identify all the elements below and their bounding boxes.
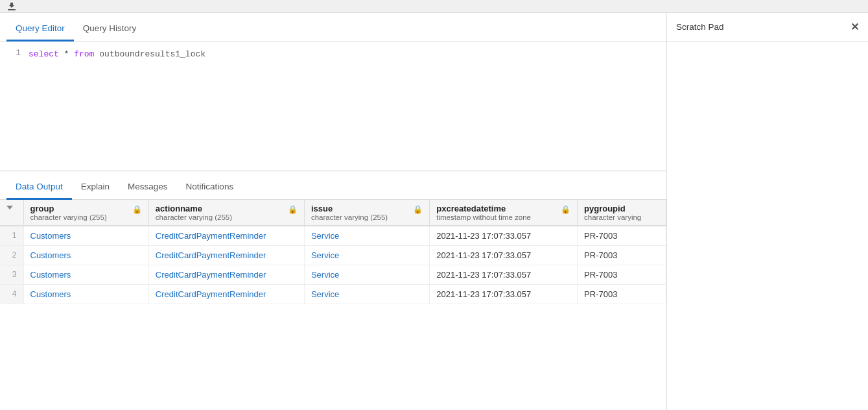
col-header-pygroupid[interactable]: pygroupid character varying	[578, 200, 666, 226]
cell-pygroupid: PR-7003	[578, 285, 666, 304]
tab-query-editor[interactable]: Query Editor	[6, 17, 74, 42]
keyword-select: select	[29, 49, 59, 59]
lock-icon-pxcreatedatetime: 🔒	[561, 205, 570, 214]
cell-pygroupid: PR-7003	[578, 265, 666, 285]
editor-content[interactable]: select * from outboundresults1_lock	[25, 42, 666, 171]
top-bar	[0, 0, 868, 13]
lock-icon-actionname: 🔒	[288, 205, 298, 214]
tab-query-history[interactable]: Query History	[74, 17, 146, 42]
right-panel: Scratch Pad ✕	[667, 13, 868, 410]
lock-icon-group: 🔒	[132, 205, 142, 214]
table-row: 2 Customers CreditCardPaymentReminder Se…	[0, 246, 666, 265]
left-panel: Query Editor Query History 1 select * fr…	[0, 13, 667, 410]
cell-issue: Service	[304, 226, 429, 246]
main-container: Query Editor Query History 1 select * fr…	[0, 13, 868, 410]
cell-actionname: CreditCardPaymentReminder	[148, 265, 304, 285]
line-number-1: 1	[16, 48, 21, 58]
cell-group: Customers	[23, 265, 148, 285]
tab-data-output[interactable]: Data Output	[6, 175, 72, 200]
col-type-pygroupid: character varying	[584, 213, 641, 221]
cell-group: Customers	[23, 226, 148, 246]
row-num-cell: 2	[0, 246, 23, 265]
col-header-group[interactable]: group character varying (255) 🔒	[23, 200, 148, 226]
cell-pxcreatedatetime: 2021-11-23 17:07:33.057	[430, 246, 578, 265]
row-num-cell: 1	[0, 226, 23, 246]
cell-group: Customers	[23, 246, 148, 265]
col-name-issue: issue	[311, 204, 388, 213]
sort-icon	[6, 206, 13, 210]
scratch-pad-close-button[interactable]: ✕	[850, 21, 859, 33]
cell-pxcreatedatetime: 2021-11-23 17:07:33.057	[430, 265, 578, 285]
keyword-from: from	[74, 49, 94, 59]
col-name-pxcreatedatetime: pxcreatedatetime	[436, 204, 531, 213]
tab-messages[interactable]: Messages	[119, 175, 177, 200]
tab-notifications[interactable]: Notifications	[177, 175, 243, 200]
row-num-cell: 4	[0, 285, 23, 304]
row-num-cell: 3	[0, 265, 23, 285]
table-name: outboundresults1_lock	[94, 49, 205, 59]
cell-actionname: CreditCardPaymentReminder	[148, 226, 304, 246]
download-icon[interactable]	[5, 1, 18, 12]
table-row: 3 Customers CreditCardPaymentReminder Se…	[0, 265, 666, 285]
cell-pxcreatedatetime: 2021-11-23 17:07:33.057	[430, 226, 578, 246]
cell-actionname: CreditCardPaymentReminder	[148, 285, 304, 304]
scratch-pad-title: Scratch Pad	[676, 22, 724, 32]
code-star: *	[59, 49, 74, 59]
col-name-pygroupid: pygroupid	[584, 204, 641, 213]
svg-rect-0	[8, 9, 16, 10]
col-name-actionname: actionname	[156, 204, 232, 213]
cell-pxcreatedatetime: 2021-11-23 17:07:33.057	[430, 285, 578, 304]
svg-marker-1	[9, 3, 14, 8]
cell-issue: Service	[304, 265, 429, 285]
table-row: 4 Customers CreditCardPaymentReminder Se…	[0, 285, 666, 304]
col-type-issue: character varying (255)	[311, 213, 388, 221]
col-header-issue[interactable]: issue character varying (255) 🔒	[304, 200, 429, 226]
data-table: group character varying (255) 🔒 actionna…	[0, 200, 666, 304]
cell-pygroupid: PR-7003	[578, 246, 666, 265]
scratch-pad-body[interactable]	[667, 42, 868, 410]
col-header-actionname[interactable]: actionname character varying (255) 🔒	[148, 200, 304, 226]
col-type-group: character varying (255)	[30, 213, 107, 221]
row-num-header	[0, 200, 23, 226]
table-row: 1 Customers CreditCardPaymentReminder Se…	[0, 226, 666, 246]
cell-pygroupid: PR-7003	[578, 226, 666, 246]
col-type-pxcreatedatetime: timestamp without time zone	[436, 213, 531, 221]
cell-group: Customers	[23, 285, 148, 304]
bottom-tabs-bar: Data Output Explain Messages Notificatio…	[0, 171, 666, 200]
tab-explain[interactable]: Explain	[72, 175, 119, 200]
top-tabs-bar: Query Editor Query History	[0, 13, 666, 42]
editor-section: 1 select * from outboundresults1_lock	[0, 42, 666, 171]
col-type-actionname: character varying (255)	[156, 213, 232, 221]
editor-area[interactable]: 1 select * from outboundresults1_lock	[0, 42, 666, 171]
cell-issue: Service	[304, 285, 429, 304]
cell-issue: Service	[304, 246, 429, 265]
data-table-container: group character varying (255) 🔒 actionna…	[0, 200, 666, 410]
cell-actionname: CreditCardPaymentReminder	[148, 246, 304, 265]
scratch-pad-header: Scratch Pad ✕	[667, 13, 868, 42]
line-numbers: 1	[0, 42, 25, 171]
col-name-group: group	[30, 204, 107, 213]
col-header-pxcreatedatetime[interactable]: pxcreatedatetime timestamp without time …	[430, 200, 578, 226]
lock-icon-issue: 🔒	[413, 205, 423, 214]
